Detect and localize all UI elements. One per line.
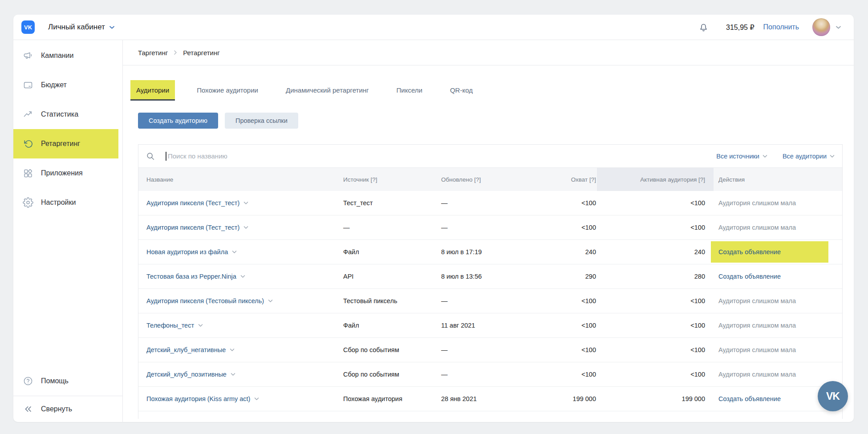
- chevron-down-icon[interactable]: [198, 324, 203, 327]
- tab-dynamic-retargeting[interactable]: Динамический ретаргетинг: [280, 80, 375, 101]
- sidebar-item-statistics[interactable]: Статистика: [13, 100, 122, 129]
- sidebar-item-label: Кампании: [41, 52, 74, 60]
- active-audience-cell: 280: [597, 273, 714, 280]
- avatar[interactable]: [812, 18, 830, 36]
- updated-cell: —: [433, 297, 522, 304]
- breadcrumb-item-retargeting[interactable]: Ретаргетинг: [183, 49, 220, 57]
- vk-logo[interactable]: VK: [21, 20, 35, 34]
- account-title-label: Личный кабинет: [48, 23, 105, 32]
- sidebar-item-label: Ретаргетинг: [41, 140, 80, 148]
- tab-lookalike-audiences[interactable]: Похожие аудитории: [191, 80, 264, 101]
- audiences-table: Все источники Все аудитории: [138, 144, 843, 419]
- wallet-icon: [22, 79, 34, 91]
- tab-audiences[interactable]: Аудитории: [130, 80, 175, 101]
- tab-pixels[interactable]: Пиксели: [391, 80, 428, 101]
- source-cell: API: [335, 273, 433, 280]
- audience-name-link[interactable]: Детский_клуб_позитивные: [146, 371, 227, 378]
- audience-name-link[interactable]: Аудитория пикселя (Тест_тест): [146, 199, 239, 207]
- source-cell: Похожая аудитория: [335, 395, 433, 402]
- audience-too-small-label: Аудитория слишком мала: [718, 371, 796, 378]
- audience-name-link[interactable]: Аудитория пикселя (Тестовый пиксель): [146, 297, 264, 304]
- main-content: Таргетинг Ретаргетинг Аудитории Похожие …: [123, 40, 854, 422]
- updated-cell: 28 янв 2021: [433, 395, 522, 402]
- sources-filter-dropdown[interactable]: Все источники: [716, 153, 767, 160]
- chevron-down-icon[interactable]: [254, 397, 259, 401]
- active-audience-cell: <100: [597, 371, 714, 378]
- chevron-down-icon: [109, 25, 115, 29]
- sidebar-item-apps[interactable]: Приложения: [13, 158, 122, 188]
- chevron-down-icon[interactable]: [230, 348, 235, 352]
- search-icon: [146, 152, 155, 161]
- retargeting-icon: [22, 138, 34, 150]
- sidebar: Кампании Бюджет Статисти: [13, 40, 123, 422]
- reach-cell: <100: [522, 199, 597, 207]
- updated-cell: 8 июл в 17:19: [433, 248, 522, 256]
- sidebar-item-label: Статистика: [41, 110, 78, 118]
- chevron-down-icon[interactable]: [243, 201, 248, 205]
- create-ad-link[interactable]: Создать объявление: [718, 248, 781, 256]
- app-window: VK Личный кабинет 315,95 ₽ Пополнить: [13, 15, 854, 422]
- audience-name-link[interactable]: Телефоны_тест: [146, 322, 194, 329]
- column-header-name[interactable]: Название: [138, 176, 335, 183]
- updated-cell: —: [433, 371, 522, 378]
- audience-name-link[interactable]: Тестовая база из Pepper.Ninja: [146, 273, 236, 280]
- column-header-source[interactable]: Источник [?]: [335, 176, 433, 183]
- table-footer-spacer: [138, 411, 842, 419]
- reach-cell: <100: [522, 346, 597, 353]
- table-row: Детский_клуб_негативные Сбор по событиям…: [138, 338, 842, 362]
- chevron-down-icon[interactable]: [231, 373, 235, 376]
- breadcrumb-item-targeting[interactable]: Таргетинг: [138, 49, 168, 57]
- sources-filter-label: Все источники: [716, 153, 759, 160]
- audience-name-link[interactable]: Детский_клуб_негативные: [146, 346, 226, 353]
- search-input[interactable]: [168, 152, 707, 160]
- vk-support-floating-button[interactable]: VK: [818, 381, 848, 411]
- help-icon: [22, 375, 34, 387]
- topup-button[interactable]: Пополнить: [763, 23, 799, 31]
- sidebar-item-retargeting[interactable]: Ретаргетинг: [13, 129, 118, 158]
- active-audience-cell: <100: [597, 322, 714, 329]
- active-audience-cell: <100: [597, 346, 714, 353]
- column-header-reach[interactable]: Охват [?]: [522, 176, 597, 183]
- chevron-down-icon[interactable]: [243, 226, 248, 229]
- vk-floating-logo-text: VK: [826, 390, 840, 402]
- text-cursor: [166, 152, 166, 161]
- audiences-filter-dropdown[interactable]: Все аудитории: [783, 153, 835, 160]
- sidebar-item-label: Бюджет: [41, 81, 67, 89]
- create-audience-button[interactable]: Создать аудиторию: [138, 113, 218, 129]
- sidebar-collapse-button[interactable]: Свернуть: [13, 396, 122, 422]
- check-link-button[interactable]: Проверка ссылки: [225, 113, 298, 129]
- column-header-updated[interactable]: Обновлено [?]: [433, 176, 522, 183]
- audience-name-link[interactable]: Аудитория пикселя (Тест_тест): [146, 224, 239, 231]
- sidebar-item-settings[interactable]: Настройки: [13, 188, 122, 217]
- audiences-filter-label: Все аудитории: [783, 153, 827, 160]
- table-search-row: Все источники Все аудитории: [138, 145, 842, 168]
- chevron-down-icon: [830, 154, 835, 158]
- source-cell: Сбор по событиям: [335, 346, 433, 353]
- sidebar-item-campaigns[interactable]: Кампании: [13, 41, 122, 70]
- audience-too-small-label: Аудитория слишком мала: [718, 297, 796, 304]
- chevron-down-icon[interactable]: [268, 299, 273, 303]
- bell-icon[interactable]: [698, 22, 709, 33]
- sidebar-item-label: Помощь: [41, 377, 69, 385]
- chevron-down-icon[interactable]: [232, 250, 237, 254]
- tab-qr-code[interactable]: QR-код: [444, 80, 479, 101]
- active-audience-cell: <100: [597, 297, 714, 304]
- active-audience-cell: 240: [597, 248, 714, 256]
- table-row: Новая аудитория из файла Файл 8 июл в 17…: [138, 240, 842, 264]
- create-ad-link[interactable]: Создать объявление: [718, 395, 781, 402]
- audience-name-link[interactable]: Новая аудитория из файла: [146, 248, 228, 256]
- source-cell: Тест_тест: [335, 199, 433, 207]
- table-row: Тестовая база из Pepper.Ninja API 8 июл …: [138, 264, 842, 289]
- chevron-down-icon[interactable]: [240, 275, 245, 278]
- sidebar-item-budget[interactable]: Бюджет: [13, 70, 122, 100]
- create-ad-link[interactable]: Создать объявление: [718, 273, 781, 280]
- sidebar-item-help[interactable]: Помощь: [13, 366, 122, 396]
- avatar-chevron-down-icon[interactable]: [836, 25, 841, 29]
- chevron-right-icon: [174, 50, 177, 55]
- account-switcher[interactable]: Личный кабинет: [48, 23, 115, 32]
- audience-name-link[interactable]: Похожая аудитория (Kiss army act): [146, 395, 250, 402]
- reach-cell: 290: [522, 273, 597, 280]
- column-header-active-audience[interactable]: Активная аудитория [?]: [597, 168, 714, 191]
- toolbar: Создать аудиторию Проверка ссылки: [138, 113, 854, 129]
- tabs: Аудитории Похожие аудитории Динамический…: [130, 80, 854, 101]
